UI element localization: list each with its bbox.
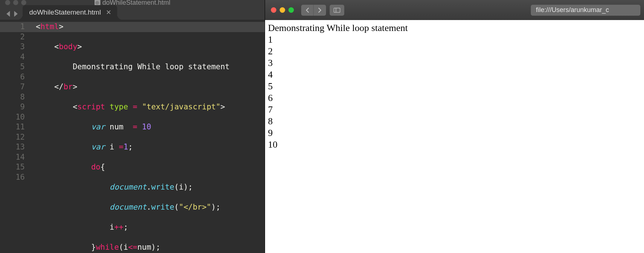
- close-icon[interactable]: [271, 7, 276, 13]
- editor-tab[interactable]: doWhileStatement.html ✕: [23, 5, 117, 20]
- svg-rect-0: [334, 8, 340, 12]
- line-number: 5: [0, 62, 25, 72]
- line-number: 1: [0, 22, 30, 32]
- line-number: 9: [0, 102, 25, 112]
- code-line[interactable]: </br>: [36, 82, 265, 92]
- line-number: 14: [0, 152, 25, 163]
- line-number: 8: [0, 92, 25, 102]
- output-number: 5: [268, 81, 641, 92]
- output-number: 3: [268, 57, 641, 69]
- code-line[interactable]: document.write(i);: [36, 182, 265, 192]
- editor-window: ◎ doWhileStatement.html doWhileStatement…: [0, 0, 265, 253]
- page-heading: Demonstrating While loop statement: [268, 22, 641, 34]
- forward-button[interactable]: [314, 5, 326, 16]
- output-number: 10: [268, 139, 641, 151]
- browser-toolbar: file:///Users/arunkumar_c: [265, 0, 644, 20]
- line-number: 7: [0, 82, 25, 92]
- code-line[interactable]: do{: [36, 162, 265, 172]
- browser-window: file:///Users/arunkumar_c Demonstrating …: [265, 0, 644, 253]
- line-number: 12: [0, 132, 25, 143]
- editor-titlebar: ◎ doWhileStatement.html: [0, 0, 265, 5]
- output-number: 2: [268, 46, 641, 57]
- code-area[interactable]: <html> <body> Demonstrating While loop s…: [30, 20, 265, 253]
- browser-traffic-lights: [269, 7, 298, 13]
- line-number: 6: [0, 72, 25, 82]
- line-number: 4: [0, 52, 25, 62]
- line-number: 13: [0, 142, 25, 152]
- line-number-gutter: 12345678910111213141516: [0, 20, 30, 253]
- traffic-minimize-icon[interactable]: [13, 0, 18, 5]
- url-text: file:///Users/arunkumar_c: [536, 6, 609, 14]
- output-number: 4: [268, 69, 641, 81]
- code-line[interactable]: var num = 10: [36, 122, 265, 132]
- line-number: 2: [0, 32, 25, 42]
- code-line[interactable]: <body>: [36, 42, 265, 52]
- line-number: 16: [0, 172, 25, 183]
- output-number: 1: [268, 34, 641, 46]
- line-number: 10: [0, 112, 25, 122]
- chevron-left-icon: [305, 8, 310, 13]
- line-number: 11: [0, 122, 25, 132]
- line-number: 15: [0, 162, 25, 172]
- output-number: 8: [268, 116, 641, 127]
- traffic-close-icon[interactable]: [5, 0, 10, 5]
- line-number: 3: [0, 42, 25, 52]
- editor-tab-row: doWhileStatement.html ✕: [0, 5, 265, 20]
- browser-nav-group: [301, 5, 326, 16]
- browser-content: Demonstrating While loop statement 12345…: [265, 20, 644, 253]
- code-line[interactable]: }while(i<=num);: [36, 242, 265, 253]
- zoom-icon[interactable]: [288, 7, 294, 13]
- code-line[interactable]: i++;: [36, 222, 265, 233]
- back-button[interactable]: [301, 5, 314, 16]
- url-bar[interactable]: file:///Users/arunkumar_c: [531, 5, 640, 16]
- code-line[interactable]: Demonstrating While loop statement: [36, 62, 265, 72]
- traffic-zoom-icon[interactable]: [21, 0, 26, 5]
- file-icon: ◎: [94, 0, 100, 5]
- page-output-numbers: 12345678910: [268, 34, 641, 151]
- output-number: 7: [268, 104, 641, 116]
- code-line[interactable]: document.write("</br>");: [36, 202, 265, 213]
- code-line[interactable]: var i =1;: [36, 142, 265, 152]
- sidebar-icon: [334, 8, 340, 13]
- editor-body: 12345678910111213141516 <html> <body> De…: [0, 20, 265, 253]
- code-line[interactable]: <html>: [30, 22, 265, 32]
- sidebar-toggle-button[interactable]: [330, 5, 344, 16]
- editor-traffic-lights[interactable]: [0, 0, 26, 5]
- output-number: 6: [268, 92, 641, 104]
- chevron-right-icon: [317, 8, 322, 13]
- minimize-icon[interactable]: [280, 7, 285, 13]
- nav-back-icon[interactable]: [6, 11, 12, 17]
- editor-tab-label: doWhileStatement.html: [29, 8, 101, 16]
- tab-close-icon[interactable]: ✕: [106, 8, 111, 16]
- code-line[interactable]: <script type = "text/javascript">: [36, 102, 265, 112]
- output-number: 9: [268, 127, 641, 139]
